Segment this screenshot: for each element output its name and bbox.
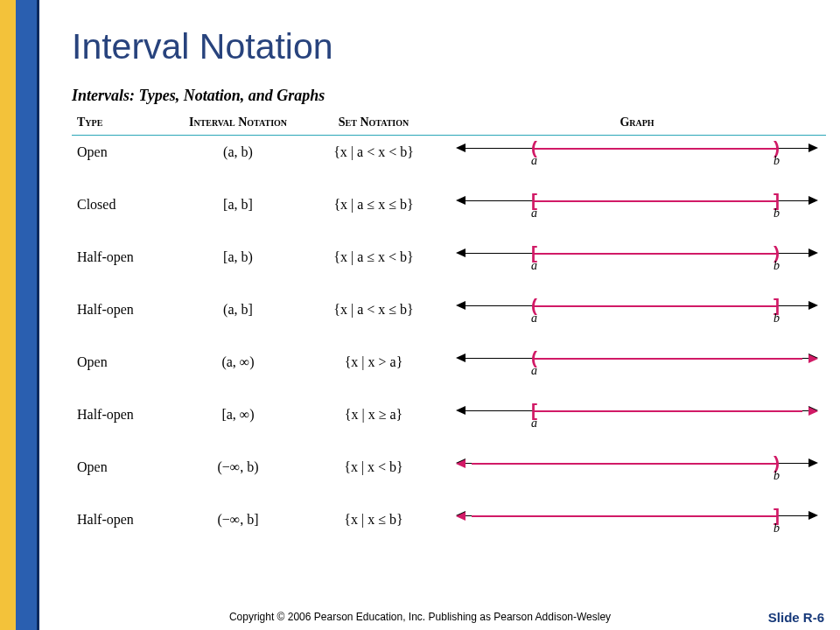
cell-interval-notation: (a, b]: [177, 293, 299, 346]
number-line-graph: ab: [453, 246, 821, 276]
cell-graph: ab: [448, 136, 826, 188]
slide-content: Interval Notation Intervals: Types, Nota…: [51, 4, 835, 626]
arrow-right-icon: [808, 144, 818, 152]
cell-type: Half-open: [72, 293, 177, 346]
interval-segment: [534, 358, 802, 360]
arrow-right-icon: [808, 511, 818, 520]
arrow-right-icon: [808, 196, 818, 205]
number-line-graph: ab: [453, 298, 821, 328]
cell-type: Open: [72, 136, 177, 188]
table-header-row: Type Interval Notation Set Notation Grap…: [72, 112, 826, 136]
column-header-type: Type: [72, 112, 177, 136]
number-line-graph: ab: [453, 193, 821, 223]
interval-segment: [534, 253, 776, 255]
table-row: Open(−∞, b){x | x < b}b: [72, 451, 826, 503]
intervals-table: Type Interval Notation Set Notation Grap…: [72, 112, 826, 556]
table-row: Open(a, ∞){x | x > a}a: [72, 346, 826, 398]
cell-interval-notation: (a, b): [177, 136, 299, 188]
cell-set-notation: {x | x > a}: [299, 346, 448, 398]
endpoint-label: a: [528, 416, 540, 430]
arrow-right-icon: [808, 458, 818, 467]
number-line-graph: ab: [453, 141, 821, 171]
arrow-right-icon: [808, 301, 818, 310]
cell-type: Half-open: [72, 241, 177, 293]
interval-segment: [534, 200, 776, 202]
cell-interval-notation: [a, ∞): [177, 398, 299, 451]
cell-type: Half-open: [72, 503, 177, 556]
cell-set-notation: {x | a < x ≤ b}: [299, 293, 448, 346]
endpoint-label: b: [771, 259, 783, 273]
decorative-band-blue: [16, 0, 37, 630]
copyright-footer: Copyright © 2006 Pearson Education, Inc.…: [0, 611, 840, 623]
endpoint-label: a: [528, 312, 540, 326]
table-row: Open(a, b){x | a < x < b}ab: [72, 136, 826, 188]
column-header-graph: Graph: [448, 112, 826, 136]
page-title: Interval Notation: [72, 26, 826, 67]
table-row: Half-open[a, b){x | a ≤ x < b}ab: [72, 241, 826, 293]
column-header-interval: Interval Notation: [177, 112, 299, 136]
number-line-graph: b: [453, 508, 821, 538]
cell-interval-notation: (a, ∞): [177, 346, 299, 398]
interval-segment: [534, 410, 802, 412]
cell-graph: ab: [448, 188, 826, 241]
endpoint-label: b: [771, 522, 783, 536]
slide-page: Interval Notation Intervals: Types, Nota…: [0, 0, 840, 630]
table-row: Closed[a, b]{x | a ≤ x ≤ b}ab: [72, 188, 826, 241]
arrow-left-icon: [456, 144, 466, 152]
endpoint-label: a: [528, 154, 540, 168]
segment-arrow-left-icon: [456, 459, 466, 468]
arrow-left-icon: [456, 406, 466, 415]
arrow-left-icon: [456, 196, 466, 205]
cell-type: Closed: [72, 188, 177, 241]
cell-type: Open: [72, 451, 177, 503]
table-row: Half-open[a, ∞){x | x ≥ a}a: [72, 398, 826, 451]
number-line-graph: a: [453, 403, 821, 433]
interval-segment: [534, 148, 776, 150]
cell-set-notation: {x | a ≤ x < b}: [299, 241, 448, 293]
interval-segment: [472, 515, 777, 517]
interval-segment: [472, 463, 777, 465]
endpoint-label: b: [771, 312, 783, 326]
cell-graph: a: [448, 398, 826, 451]
cell-graph: a: [448, 346, 826, 398]
slide-number: Slide R-6: [768, 610, 824, 625]
arrow-right-icon: [808, 248, 818, 257]
cell-graph: ab: [448, 293, 826, 346]
cell-graph: ab: [448, 241, 826, 293]
arrow-left-icon: [456, 248, 466, 257]
arrow-left-icon: [456, 301, 466, 310]
interval-segment: [534, 305, 776, 307]
segment-arrow-left-icon: [456, 512, 466, 521]
endpoint-label: b: [771, 469, 783, 483]
endpoint-label: b: [771, 154, 783, 168]
table-row: Half-open(a, b]{x | a < x ≤ b}ab: [72, 293, 826, 346]
table-row: Half-open(−∞, b]{x | x ≤ b}b: [72, 503, 826, 556]
cell-set-notation: {x | x ≥ a}: [299, 398, 448, 451]
arrow-left-icon: [456, 354, 466, 362]
cell-set-notation: {x | x ≤ b}: [299, 503, 448, 556]
cell-graph: b: [448, 451, 826, 503]
table-subtitle: Intervals: Types, Notation, and Graphs: [72, 87, 826, 105]
endpoint-label: a: [528, 259, 540, 273]
endpoint-label: a: [528, 364, 540, 378]
cell-type: Half-open: [72, 398, 177, 451]
endpoint-label: a: [528, 206, 540, 220]
cell-set-notation: {x | x < b}: [299, 451, 448, 503]
number-line-graph: b: [453, 456, 821, 486]
column-header-set: Set Notation: [299, 112, 448, 136]
cell-type: Open: [72, 346, 177, 398]
segment-arrow-right-icon: [808, 354, 818, 363]
cell-interval-notation: (−∞, b): [177, 451, 299, 503]
cell-set-notation: {x | a ≤ x ≤ b}: [299, 188, 448, 241]
cell-set-notation: {x | a < x < b}: [299, 136, 448, 188]
cell-interval-notation: (−∞, b]: [177, 503, 299, 556]
endpoint-label: b: [771, 206, 783, 220]
cell-graph: b: [448, 503, 826, 556]
cell-interval-notation: [a, b): [177, 241, 299, 293]
number-line-graph: a: [453, 351, 821, 381]
cell-interval-notation: [a, b]: [177, 188, 299, 241]
segment-arrow-right-icon: [808, 407, 818, 416]
